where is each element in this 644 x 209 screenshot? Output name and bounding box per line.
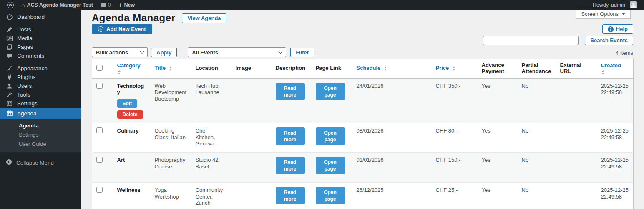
open-page-button[interactable]: Open page [316, 127, 345, 145]
site-name-link[interactable]: ⌂ ACS Agenda Manager Test [18, 0, 97, 10]
admin-sidebar: Dashboard Posts Media Pages Comments [0, 10, 81, 209]
category-cell: Art [117, 157, 125, 163]
sidebar-label: Users [17, 83, 32, 89]
category-cell: Technology [117, 83, 144, 96]
calendar-icon [6, 110, 13, 117]
events-filter-value: All Events [192, 49, 218, 56]
screen-options-tab[interactable]: Screen Options [576, 10, 631, 19]
row-checkbox[interactable] [96, 127, 103, 133]
column-header-created[interactable]: Created [597, 59, 634, 79]
collapse-menu-button[interactable]: Collapse Menu [0, 156, 81, 169]
advance-payment-cell: Yes [478, 183, 518, 209]
wordpress-admin-screen: W ⌂ ACS Agenda Manager Test 0 + New Howd… [0, 0, 644, 209]
view-agenda-button[interactable]: View Agenda [182, 13, 226, 23]
image-cell [231, 183, 272, 209]
items-count: 4 items [616, 50, 633, 56]
partial-attendance-cell: No [518, 78, 556, 123]
wordpress-logo-icon: W [7, 2, 14, 8]
wordpress-menu[interactable]: W [3, 0, 18, 10]
image-cell [231, 123, 272, 153]
category-cell: Wellness [117, 187, 141, 193]
created-cell: 2025-12-25 22:49:58 [597, 123, 634, 153]
submenu-item-user-guide[interactable]: User Guide [0, 140, 81, 149]
sidebar-item-settings[interactable]: Settings [0, 99, 81, 108]
add-new-event-label: Add New Event [106, 26, 146, 32]
main-content: Screen Options Agenda Manager View Agend… [81, 10, 644, 209]
filter-button[interactable]: Filter [290, 48, 314, 57]
sidebar-label: Media [17, 35, 33, 41]
read-more-button[interactable]: Read more [276, 157, 305, 174]
help-label: Help [616, 26, 628, 32]
comments-link[interactable]: 0 [97, 0, 115, 10]
column-header-title[interactable]: Title [151, 59, 191, 79]
advance-payment-cell: Yes [478, 78, 518, 123]
sidebar-item-plugins[interactable]: Plugins [0, 73, 81, 82]
sidebar-item-posts[interactable]: Posts [0, 25, 81, 34]
new-content-menu[interactable]: + New [115, 0, 138, 10]
sidebar-label: Tools [17, 92, 30, 98]
read-more-button[interactable]: Read more [276, 83, 305, 100]
row-checkbox[interactable] [96, 187, 103, 193]
title-cell: Photography Course [151, 153, 191, 183]
image-cell [231, 153, 272, 183]
sidebar-label: Posts [17, 26, 31, 33]
comment-icon [6, 52, 13, 59]
brush-icon [6, 65, 13, 72]
sidebar-item-users[interactable]: Users [0, 82, 81, 90]
pages-icon [6, 43, 13, 51]
submenu-item-agenda[interactable]: Agenda [0, 121, 81, 130]
open-page-button[interactable]: Open page [316, 83, 345, 100]
partial-attendance-cell: No [518, 183, 556, 209]
row-checkbox[interactable] [96, 157, 103, 163]
home-icon: ⌂ [21, 2, 25, 8]
table-row: Technology Edit Delete Web Development B… [92, 78, 634, 123]
schedule-cell: 08/01/2026 [352, 123, 432, 153]
column-header-external-url: External URL [556, 59, 597, 79]
select-all-checkbox[interactable] [96, 65, 103, 71]
edit-button[interactable]: Edit [117, 99, 138, 108]
help-button[interactable]: ? Help [602, 24, 633, 34]
howdy-account-link[interactable]: Howdy, admin [589, 0, 641, 10]
image-cell [231, 78, 272, 123]
open-page-button[interactable]: Open page [316, 187, 345, 204]
sidebar-label: Settings [17, 100, 38, 107]
apply-button[interactable]: Apply [151, 48, 177, 57]
sort-icon [169, 66, 172, 71]
submenu-item-settings[interactable]: Settings [0, 130, 81, 140]
events-filter-select[interactable]: All Events [188, 47, 286, 57]
search-input[interactable] [483, 36, 579, 45]
category-cell: Culinary [117, 127, 139, 134]
agenda-submenu: Agenda Settings User Guide [0, 119, 81, 152]
external-url-cell [556, 183, 597, 209]
sidebar-item-tools[interactable]: Tools [0, 90, 81, 99]
read-more-button[interactable]: Read more [276, 187, 305, 204]
search-events-button[interactable]: Search Events [585, 36, 633, 45]
column-header-page-link: Page Link [312, 59, 352, 79]
delete-button[interactable]: Delete [117, 110, 143, 119]
sidebar-label: Pages [17, 44, 33, 50]
column-header-category[interactable]: Category [113, 59, 151, 79]
column-header-schedule[interactable]: Schedule [352, 59, 432, 79]
row-checkbox[interactable] [96, 83, 103, 89]
advance-payment-cell: Yes [478, 123, 518, 153]
plug-icon [6, 74, 13, 81]
sidebar-item-pages[interactable]: Pages [0, 43, 81, 51]
external-url-cell [556, 123, 597, 153]
sidebar-item-comments[interactable]: Comments [0, 51, 81, 60]
pushpin-icon [6, 26, 13, 33]
location-cell: Tech Hub, Lausanne [191, 78, 231, 123]
sidebar-item-agenda[interactable]: Agenda [0, 108, 81, 119]
sort-icon [453, 66, 455, 71]
sidebar-item-appearance[interactable]: Appearance [0, 64, 81, 73]
sidebar-item-dashboard[interactable]: Dashboard [0, 13, 81, 21]
read-more-button[interactable]: Read more [276, 127, 305, 145]
dashboard-icon [6, 13, 13, 20]
title-cell: Web Development Bootcamp [151, 78, 191, 123]
sidebar-item-media[interactable]: Media [0, 34, 81, 43]
open-page-button[interactable]: Open page [316, 157, 345, 174]
add-new-event-button[interactable]: + Add New Event [92, 24, 152, 34]
column-header-location: Location [191, 59, 231, 79]
column-header-price[interactable]: Price [432, 59, 478, 79]
bulk-actions-select[interactable]: Bulk actions [92, 47, 148, 57]
sidebar-label: Dashboard [17, 14, 45, 20]
